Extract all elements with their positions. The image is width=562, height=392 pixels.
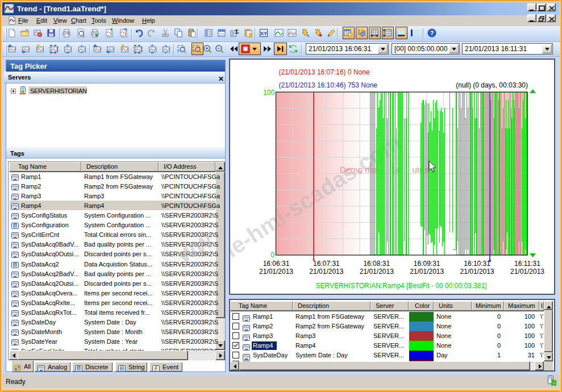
svg-text:16:11:31: 16:11:31 (514, 260, 540, 268)
svg-text:SERVERHISTORIAN:Ramp4 [BestFit: SERVERHISTORIAN:Ramp4 [BestFit - 00 00:0… (315, 282, 486, 290)
svg-text:Demo mo 14 utes: Demo mo 14 utes (340, 165, 428, 174)
svg-text:8: 8 (78, 366, 80, 370)
svg-text:21/01/2013: 21/01/2013 (309, 268, 343, 276)
svg-text:16:07:31: 16:07:31 (313, 260, 340, 268)
svg-text:0: 0 (270, 251, 274, 259)
svg-text:(21/01/2013 16:10:46) 753 None: (21/01/2013 16:10:46) 753 None (279, 81, 378, 89)
svg-text:8: 8 (14, 224, 16, 228)
svg-text:XY: XY (260, 31, 267, 36)
svg-text:100: 100 (263, 89, 274, 97)
svg-text:16:08:31: 16:08:31 (363, 260, 390, 268)
svg-text:16:10:31: 16:10:31 (464, 260, 490, 268)
svg-text:(21/01/2013 16:07:16) 0 None: (21/01/2013 16:07:16) 0 None (279, 68, 370, 76)
svg-text:21/01/2013: 21/01/2013 (360, 268, 394, 276)
svg-text:8: 8 (14, 263, 16, 267)
svg-text:?: ? (430, 30, 434, 36)
svg-text:21/01/2013: 21/01/2013 (259, 268, 293, 276)
svg-text:T: T (120, 366, 123, 371)
svg-text:21/01/2013: 21/01/2013 (510, 268, 544, 276)
svg-text:16:09:31: 16:09:31 (414, 260, 440, 268)
svg-text:21/01/2013: 21/01/2013 (410, 268, 444, 276)
svg-text:16:06:31: 16:06:31 (263, 260, 290, 268)
svg-text:(null) (0 days, 00:03:30): (null) (0 days, 00:03:30) (456, 81, 528, 89)
svg-text:21/01/2013: 21/01/2013 (460, 268, 494, 276)
svg-text:Σ: Σ (235, 28, 239, 35)
